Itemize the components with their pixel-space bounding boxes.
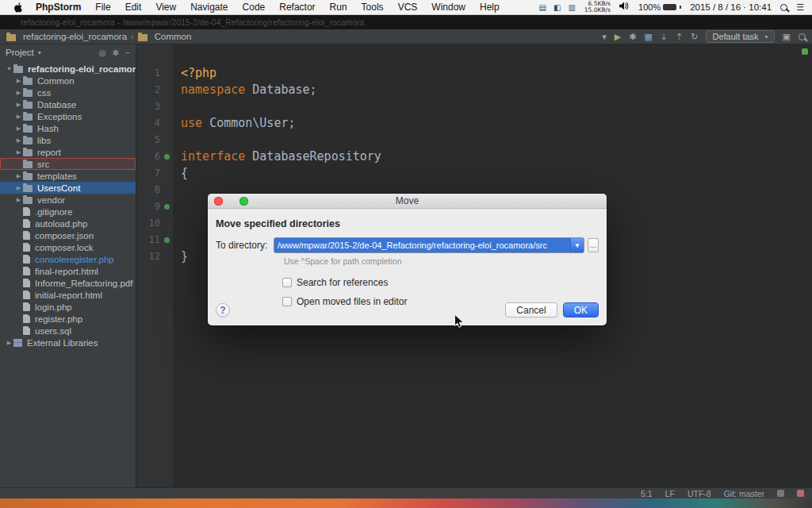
line-number[interactable]: 5: [136, 132, 160, 148]
close-button[interactable]: [214, 197, 223, 206]
tree-item-hash[interactable]: ▶Hash: [0, 122, 136, 134]
hide-panel-icon[interactable]: −: [125, 48, 130, 57]
run-icon[interactable]: ▶: [615, 33, 621, 41]
code-text[interactable]: [173, 215, 181, 232]
apple-menu-icon[interactable]: [8, 2, 29, 13]
history-icon[interactable]: ↻: [691, 33, 698, 41]
tree-item-login-php[interactable]: login.php: [0, 301, 136, 313]
menu-window[interactable]: Window: [424, 2, 473, 13]
expander-icon[interactable]: ▶: [5, 340, 13, 346]
tree-item-initial-report-html[interactable]: initial-report.html: [0, 289, 136, 301]
editor-line[interactable]: 2namespace Database;: [136, 82, 812, 98]
expander-icon[interactable]: ▶: [14, 149, 23, 156]
tree-item-database[interactable]: ▶Database: [0, 98, 136, 110]
combo-dropdown-button[interactable]: ▼: [570, 238, 584, 252]
network-speed-indicator[interactable]: 6.5KB/s 15.0KB/s: [584, 1, 611, 13]
editor-line[interactable]: 5: [136, 132, 812, 148]
tree-item-css[interactable]: ▶css: [0, 87, 136, 98]
inspections-profile-icon[interactable]: [777, 490, 784, 497]
ok-button[interactable]: OK: [563, 302, 599, 318]
code-text[interactable]: [173, 132, 181, 148]
tree-item-report[interactable]: ▶report: [0, 146, 136, 158]
tool-windows-icon[interactable]: ▣: [783, 33, 791, 41]
menu-vcs[interactable]: VCS: [391, 2, 425, 13]
tree-item-userscont[interactable]: ▶UsersCont: [0, 182, 136, 194]
tree-item-src[interactable]: src: [0, 158, 136, 170]
vcs-commit-icon[interactable]: ⇡: [676, 33, 683, 41]
expander-icon[interactable]: ▶: [14, 173, 23, 179]
run-config-selector[interactable]: Default task ▾: [706, 30, 774, 43]
breadcrumb-item-common[interactable]: Common: [138, 32, 192, 41]
gutter-marker-icon[interactable]: [164, 204, 170, 210]
help-button[interactable]: ?: [216, 303, 230, 318]
tree-item-refactoring-eloi-rocamora[interactable]: ▼refactoring-eloi_rocamora: [0, 63, 136, 75]
volume-icon[interactable]: [619, 2, 630, 13]
status-menu-icon-3[interactable]: ▥: [568, 3, 575, 12]
code-text[interactable]: interface DatabaseRepository: [173, 148, 381, 165]
expander-icon[interactable]: ▶: [14, 197, 23, 203]
status-menu-icon-1[interactable]: ▤: [538, 3, 546, 12]
tree-item-exceptions[interactable]: ▶Exceptions: [0, 110, 136, 122]
editor-line[interactable]: 1<?php: [136, 65, 812, 82]
menu-run[interactable]: Run: [323, 2, 354, 13]
menu-navigate[interactable]: Navigate: [183, 2, 235, 13]
menu-refactor[interactable]: Refactor: [272, 2, 322, 13]
line-number[interactable]: 12: [136, 248, 160, 265]
notification-center-icon[interactable]: ☰: [796, 2, 804, 13]
tree-item-autoload-php[interactable]: autoload.php: [0, 217, 136, 229]
locate-icon[interactable]: ◎: [99, 48, 106, 57]
expander-icon[interactable]: ▶: [14, 102, 23, 108]
tree-item-libs[interactable]: ▶libs: [0, 134, 136, 146]
coverage-icon[interactable]: ✱: [629, 33, 636, 41]
line-number[interactable]: 2: [136, 82, 160, 98]
search-everywhere-icon[interactable]: [799, 33, 806, 40]
toolbar-overflow-icon[interactable]: ▾: [602, 33, 607, 41]
line-number[interactable]: 8: [136, 182, 160, 198]
checkbox-icon[interactable]: [282, 278, 292, 287]
battery-indicator[interactable]: 100%: [638, 2, 681, 12]
zoom-button[interactable]: [239, 197, 248, 206]
option-search-for-references[interactable]: Search for references: [282, 277, 599, 288]
profiler-icon[interactable]: ▦: [644, 33, 652, 41]
menubar-clock[interactable]: 2015 / 8 / 16 · 10:41: [690, 2, 772, 12]
menu-edit[interactable]: Edit: [118, 2, 149, 13]
code-text[interactable]: [173, 232, 181, 248]
gutter-marker-icon[interactable]: [164, 154, 170, 160]
code-text[interactable]: [173, 182, 181, 198]
git-branch-indicator[interactable]: Git: master: [724, 489, 764, 498]
vcs-update-icon[interactable]: ⇣: [661, 33, 668, 41]
gutter-marker-icon[interactable]: [164, 237, 170, 243]
expander-icon[interactable]: ▶: [14, 90, 23, 96]
code-text[interactable]: <?php: [173, 65, 216, 82]
expander-icon[interactable]: ▶: [14, 125, 23, 132]
expander-icon[interactable]: ▶: [14, 78, 23, 84]
browse-button[interactable]: …: [588, 238, 599, 252]
expander-icon[interactable]: ▶: [14, 137, 23, 144]
menu-phpstorm[interactable]: PhpStorm: [29, 2, 88, 13]
editor-line[interactable]: 6interface DatabaseRepository: [136, 148, 812, 165]
code-text[interactable]: [173, 198, 181, 215]
tree-item-register-php[interactable]: register.php: [0, 313, 136, 325]
menu-code[interactable]: Code: [236, 2, 273, 13]
tree-item-consoleregister-php[interactable]: consoleregister.php: [0, 253, 136, 265]
line-number[interactable]: 1: [136, 65, 160, 82]
tree-item-composer-json[interactable]: composer.json: [0, 229, 136, 241]
project-panel-title[interactable]: Project: [6, 48, 34, 57]
file-encoding-indicator[interactable]: UTF-8: [688, 489, 711, 498]
menu-file[interactable]: File: [88, 2, 117, 13]
expander-icon[interactable]: ▼: [5, 66, 13, 71]
menu-view[interactable]: View: [148, 2, 183, 13]
tree-item-users-sql[interactable]: users.sql: [0, 325, 136, 337]
tree-item-vendor[interactable]: ▶vendor: [0, 194, 136, 206]
settings-gear-icon[interactable]: ✻: [113, 48, 119, 57]
line-separator-indicator[interactable]: LF: [665, 489, 675, 498]
line-number[interactable]: 11: [136, 232, 160, 248]
directory-path-value[interactable]: /www/mpwar/2015-2/de-04_Refactoring/refa…: [274, 238, 570, 252]
menu-help[interactable]: Help: [473, 2, 507, 13]
line-number[interactable]: 10: [136, 215, 160, 232]
line-number[interactable]: 9: [136, 198, 160, 215]
code-text[interactable]: use Common\User;: [173, 115, 296, 132]
line-number[interactable]: 3: [136, 98, 160, 115]
inspection-status-indicator[interactable]: [802, 48, 808, 55]
tree-item-templates[interactable]: ▶templates: [0, 170, 136, 182]
